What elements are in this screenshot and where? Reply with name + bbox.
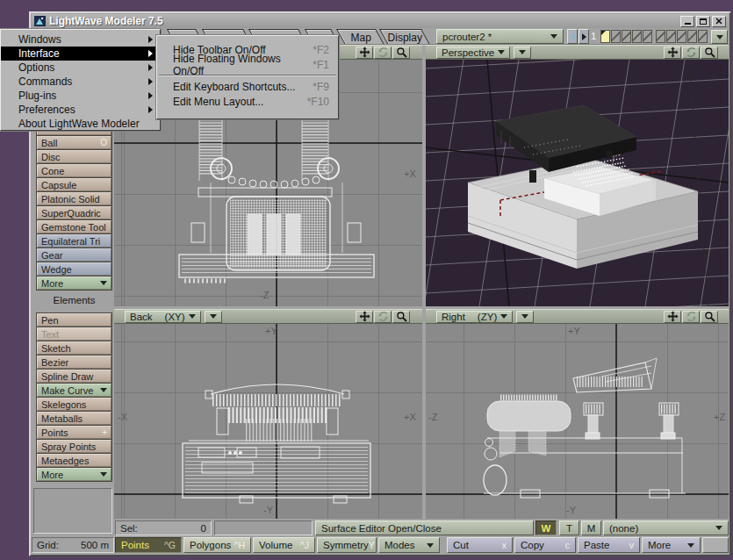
cut-button[interactable]: Cutx bbox=[447, 537, 513, 553]
view-options-dropdown[interactable] bbox=[205, 311, 222, 323]
tool-button-platonic-solid[interactable]: Platonic Solid bbox=[37, 192, 111, 205]
tool-button-gemstone-tool[interactable]: Gemstone Tool bbox=[37, 220, 111, 233]
layer-button[interactable] bbox=[687, 30, 697, 43]
back-view-wireframe bbox=[114, 324, 422, 519]
menu-item-label: Interface bbox=[18, 47, 60, 60]
minimize-button[interactable] bbox=[680, 16, 694, 27]
selection-mode-points-button[interactable]: Points^G bbox=[115, 537, 182, 553]
selection-mode-polygons-button[interactable]: Polygons^H bbox=[183, 537, 251, 553]
layer-button[interactable] bbox=[656, 30, 665, 43]
submenu-item-edit-keyboard-shortcuts[interactable]: Edit Keyboard Shortcuts...*F9 bbox=[157, 79, 338, 94]
object-selector-dropdown[interactable]: pcrouter2 * bbox=[436, 29, 564, 44]
surface-editor-button[interactable]: Surface Editor Open/Close bbox=[315, 521, 534, 535]
viewport-right-header: Right (ZY) bbox=[426, 309, 729, 324]
tool-button-metaballs[interactable]: Metaballs bbox=[37, 412, 111, 425]
tab-display[interactable]: Display bbox=[379, 29, 430, 45]
chevron-down-icon bbox=[521, 314, 528, 319]
rotate-view-button[interactable] bbox=[374, 47, 392, 59]
layer-button[interactable] bbox=[698, 30, 708, 43]
submenu-item-hide-floating-windows[interactable]: Hide Floating Windows On/Off*F1 bbox=[157, 57, 338, 72]
tool-button-metaedges[interactable]: Metaedges bbox=[37, 454, 111, 467]
tool-button-bezier[interactable]: Bezier bbox=[37, 355, 111, 369]
tool-button-superquadric[interactable]: SuperQuadric bbox=[37, 206, 111, 219]
tool-button-spline-draw[interactable]: Spline Draw bbox=[37, 370, 111, 383]
pan-view-button[interactable] bbox=[356, 47, 373, 59]
rotate-view-button[interactable] bbox=[682, 47, 700, 59]
menu-item-commands[interactable]: Commands bbox=[1, 75, 160, 89]
layer-button[interactable] bbox=[632, 30, 642, 43]
viewport-back[interactable]: +Y -Y -X +X bbox=[114, 324, 422, 519]
viewport-perspective[interactable] bbox=[426, 60, 729, 306]
layer-button[interactable] bbox=[643, 30, 652, 43]
layer-button-1-selected[interactable] bbox=[600, 30, 610, 43]
paste-button[interactable]: Pastev bbox=[578, 537, 640, 553]
more-dropdown-button[interactable]: More bbox=[642, 537, 701, 553]
pan-view-button[interactable] bbox=[356, 311, 373, 323]
rotate-icon bbox=[377, 311, 389, 322]
next-object-button[interactable] bbox=[578, 29, 589, 44]
rotate-view-button[interactable] bbox=[374, 311, 392, 323]
vertex-map-dropdown[interactable]: (none) bbox=[603, 521, 729, 535]
button-label: Symmetry bbox=[323, 540, 369, 550]
chevron-down-icon bbox=[500, 314, 507, 319]
grid-value: 500 m bbox=[81, 540, 109, 550]
tool-button-skelegons[interactable]: Skelegons bbox=[37, 398, 111, 411]
viewport-right[interactable]: +Y -Y -Z +Z bbox=[426, 324, 729, 519]
tool-button-ball[interactable]: BallO bbox=[37, 136, 111, 149]
zoom-view-button[interactable] bbox=[701, 311, 718, 323]
layer-button[interactable] bbox=[622, 30, 631, 43]
pan-view-button[interactable] bbox=[664, 47, 681, 59]
tool-button-equilateral-tri[interactable]: Equilateral Tri bbox=[37, 234, 111, 248]
tool-button-gear[interactable]: Gear bbox=[37, 248, 111, 262]
vertex-map-texture-button[interactable]: T bbox=[559, 521, 579, 535]
tool-button-wedge[interactable]: Wedge bbox=[37, 262, 111, 276]
menu-item-preferences[interactable]: Preferences bbox=[1, 103, 160, 117]
layer-button[interactable] bbox=[611, 30, 621, 43]
pan-view-button[interactable] bbox=[664, 311, 681, 323]
close-button[interactable] bbox=[712, 16, 726, 27]
prev-object-button[interactable] bbox=[567, 29, 578, 44]
tool-button-capsule[interactable]: Capsule bbox=[37, 178, 111, 191]
tool-button-sketch[interactable]: Sketch bbox=[37, 341, 111, 355]
layer-button[interactable] bbox=[677, 30, 686, 43]
copy-button[interactable]: Copyc bbox=[514, 537, 576, 553]
layer-list-dropdown-button[interactable] bbox=[711, 30, 728, 44]
tool-button-make-curve[interactable]: Make Curve bbox=[37, 384, 111, 397]
view-type-dropdown[interactable]: Perspective bbox=[436, 47, 510, 59]
tool-button-points[interactable]: Points+ bbox=[37, 426, 111, 439]
menu-item-plugins[interactable]: Plug-ins bbox=[1, 89, 160, 103]
view-type-dropdown[interactable]: Back (XY) bbox=[125, 311, 201, 323]
view-type-dropdown[interactable]: Right (ZY) bbox=[436, 311, 513, 323]
vertex-map-weight-button[interactable]: W bbox=[535, 521, 557, 535]
tool-label: Text bbox=[41, 329, 59, 340]
tool-button-more-create[interactable]: More bbox=[37, 276, 111, 290]
view-options-dropdown[interactable] bbox=[516, 311, 534, 323]
tool-button-disc[interactable]: Disc bbox=[37, 150, 111, 163]
vertex-map-morph-button[interactable]: M bbox=[581, 521, 601, 535]
maximize-button[interactable] bbox=[696, 16, 710, 27]
view-options-dropdown[interactable] bbox=[514, 47, 531, 59]
menu-item-windows[interactable]: Windows bbox=[1, 32, 160, 47]
tool-button-cone[interactable]: Cone bbox=[37, 164, 111, 177]
title-bar[interactable]: LightWave Modeler 7.5 bbox=[32, 14, 729, 28]
layer-button[interactable] bbox=[666, 30, 676, 43]
zoom-view-button[interactable] bbox=[701, 47, 718, 59]
tool-button-pen[interactable]: Pen bbox=[37, 313, 111, 327]
zoom-view-button[interactable] bbox=[392, 311, 410, 323]
selection-mode-volume-button[interactable]: Volume^J bbox=[253, 537, 315, 553]
tool-button-spray-points[interactable]: Spray Points bbox=[37, 440, 111, 453]
tool-button-more-elements[interactable]: More bbox=[37, 468, 111, 481]
rotate-view-button[interactable] bbox=[682, 311, 700, 323]
shortcut-label: ^H bbox=[234, 540, 245, 550]
menu-item-about[interactable]: About LightWave Modeler bbox=[1, 117, 160, 131]
menu-item-interface[interactable]: Interface bbox=[1, 47, 160, 61]
menu-item-options[interactable]: Options bbox=[1, 61, 160, 75]
submenu-item-edit-menu-layout[interactable]: Edit Menu Layout...*F10 bbox=[157, 94, 338, 109]
submenu-arrow-icon bbox=[148, 106, 153, 113]
zoom-view-button[interactable] bbox=[392, 47, 410, 59]
tab-map[interactable]: Map bbox=[336, 29, 384, 45]
modes-dropdown-button[interactable]: Modes bbox=[378, 537, 440, 553]
view-axis-label: (XY) bbox=[165, 312, 185, 322]
symmetry-button[interactable]: SymmetryY bbox=[317, 537, 377, 553]
chevron-down-icon bbox=[210, 314, 217, 319]
